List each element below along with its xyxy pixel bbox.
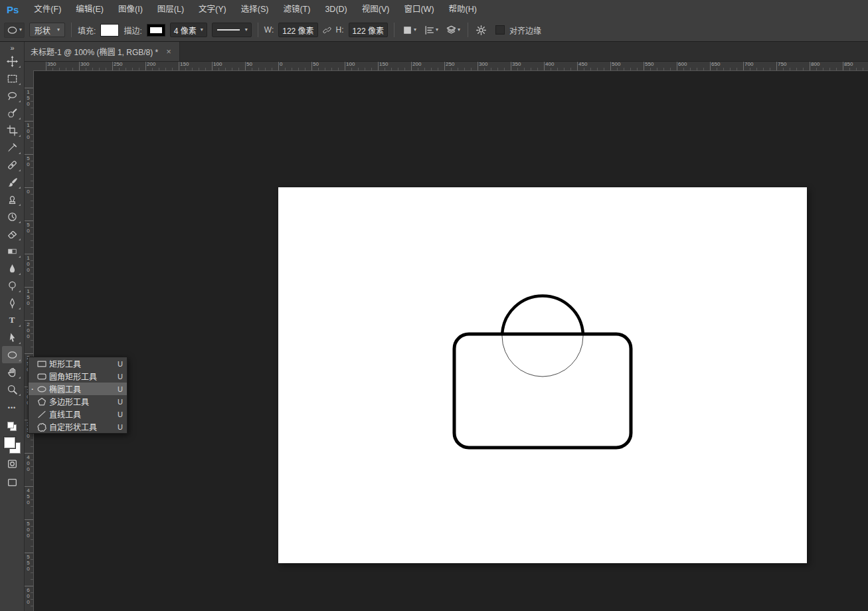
ruler-label: 0 [25,189,31,195]
ellipse-shape-tool[interactable] [2,346,22,363]
ruler-label: 800 [811,62,820,67]
menu-item-image[interactable]: 图像(I) [111,5,150,14]
ruler-label: 450 [25,487,31,505]
ruler-label: 850 [844,62,853,67]
ellipsis-icon: ••• [8,404,16,411]
separator [394,23,394,37]
geometry-options-button[interactable] [474,24,488,37]
minicolors-icon [7,422,17,431]
ruler-label: 500 [612,62,620,67]
link-dimensions-icon[interactable] [323,26,331,35]
pen-tool[interactable] [2,294,22,311]
stroke-label: 描边: [124,25,141,36]
stroke-type-select[interactable]: ▾ [212,23,252,37]
menu-items: 文件(F)编辑(E)图像(I)图层(L)文字(Y)选择(S)滤镜(T)3D(D)… [27,0,484,19]
flyout-item-shortcut: U [118,398,123,406]
history-brush-tool[interactable] [2,208,22,225]
ruler-label: 50 [25,222,31,234]
menu-item-select[interactable]: 选择(S) [234,5,276,14]
menu-item-type[interactable]: 文字(Y) [191,5,234,14]
vertical-ruler[interactable]: 1501005005010015020025030035040045050055… [24,70,34,611]
collapse-panels-button[interactable]: » [2,43,22,52]
width-label: W: [264,25,274,35]
quickmask-icon [7,458,18,470]
type-icon: T [9,315,15,325]
customshape-icon [37,422,47,432]
flyout-item-rounded-rectangle-tool[interactable]: 圆角矩形工具U [29,370,127,383]
eyedropper-tool[interactable] [2,139,22,156]
ruler-label: 400 [545,62,554,67]
crop-tool[interactable] [2,122,22,139]
path-arrangement-button[interactable]: ▾ [444,24,462,37]
zoom-tool[interactable] [2,381,22,398]
lasso-tool[interactable] [2,87,22,104]
caret-down-icon: ▾ [458,27,460,33]
height-label: H: [336,25,344,35]
path-selection-tool[interactable] [2,329,22,346]
photoshop-window: Ps 文件(F)编辑(E)图像(I)图层(L)文字(Y)选择(S)滤镜(T)3D… [0,0,868,611]
dodge-tool[interactable] [2,277,22,294]
ruler-label: 50 [246,62,252,67]
move-icon [7,56,18,67]
flyout-item-shortcut: U [118,385,123,393]
menu-item-window[interactable]: 窗口(W) [396,5,441,14]
canvas-viewport: 3503002502001501005005010015020025030035… [24,61,868,611]
brush-tool[interactable] [2,173,22,191]
stroke-width-field[interactable]: 4 像素 ▾ [170,23,207,37]
separator [468,23,468,37]
separator [71,23,72,37]
height-input[interactable]: 122 像素 [349,23,388,37]
ruler-label: 550 [25,554,31,572]
fill-color-swatch[interactable] [100,24,119,37]
menu-item-edit[interactable]: 编辑(E) [68,5,111,14]
menu-item-layer[interactable]: 图层(L) [150,5,191,14]
flyout-item-polygon-tool[interactable]: 多边形工具U [29,395,127,408]
align-edges-checkbox[interactable] [495,25,505,35]
move-tool[interactable] [2,52,22,70]
width-input[interactable]: 122 像素 [278,23,317,37]
quick-selection-tool[interactable] [2,104,22,122]
clone-stamp-tool[interactable] [2,191,22,208]
document-tab[interactable]: 未标题-1 @ 100% (椭圆 1, RGB/8) * × [24,42,180,61]
menu-item-3d[interactable]: 3D(D) [317,5,354,14]
ruler-label: 750 [778,62,786,67]
tool-mode-select[interactable]: 形状 ▾ [29,23,65,37]
type-tool[interactable]: T [2,311,22,329]
photoshop-logo: Ps [0,4,27,15]
brush-icon [7,177,18,188]
quick-mask-button[interactable] [2,455,22,472]
hand-tool[interactable] [2,363,22,381]
rectangular-marquee-tool[interactable] [2,70,22,87]
path-operations-button[interactable]: ▾ [400,24,418,37]
tools-panel: »T••• [0,41,25,611]
ruler-label: 150 [180,62,189,67]
document-canvas[interactable] [278,187,807,563]
ruler-label: 250 [446,62,454,67]
stroke-color-swatch[interactable] [147,24,165,37]
flyout-item-line-tool[interactable]: 直线工具U [29,408,127,420]
eraser-tool[interactable] [2,225,22,242]
caret-down-icon: ▾ [201,27,203,33]
default-colors-icon[interactable] [2,418,22,435]
tab-close-button[interactable]: × [165,46,173,56]
menu-item-view[interactable]: 视图(V) [355,5,397,14]
horizontal-ruler[interactable]: 3503002502001501005005010015020025030035… [33,61,868,71]
blur-tool[interactable] [2,260,22,277]
flyout-item-ellipse-tool[interactable]: ▪椭圆工具U [29,383,127,395]
flyout-item-custom-shape-tool[interactable]: 自定形状工具U [29,420,127,433]
flyout-item-rectangle-tool[interactable]: 矩形工具U [29,357,127,370]
menu-item-file[interactable]: 文件(F) [27,5,68,14]
history-icon [7,211,18,222]
foreground-background-swatches[interactable] [2,436,22,454]
caret-down-icon: ▾ [436,27,438,33]
path-alignment-button[interactable]: ▾ [422,24,440,37]
menu-item-filter[interactable]: 滤镜(T) [276,5,317,14]
menu-item-help[interactable]: 帮助(H) [442,5,484,14]
tool-preset-dropdown[interactable]: ▾ [4,23,25,38]
rect-icon [37,359,47,369]
more-tools-button[interactable]: ••• [2,399,22,416]
screen-mode-button[interactable] [2,474,22,491]
spot-healing-brush-tool[interactable] [2,156,22,173]
document-tab-bar: 未标题-1 @ 100% (椭圆 1, RGB/8) * × [24,41,868,62]
gradient-tool[interactable] [2,242,22,260]
